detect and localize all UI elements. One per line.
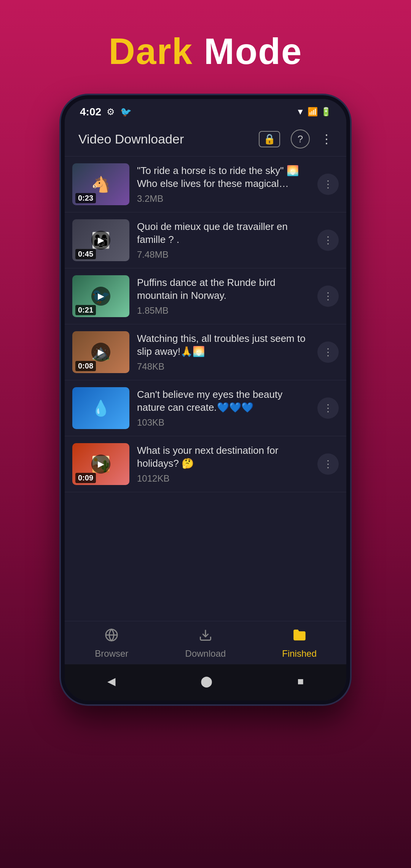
video-size: 748KB xyxy=(137,361,310,372)
gear-icon: ⚙ xyxy=(107,107,115,117)
video-title: What is your next destination for holida… xyxy=(137,444,310,470)
play-button[interactable]: ▶ xyxy=(91,343,110,362)
app-title: Video Downloader xyxy=(78,132,184,147)
video-info: Puffins dance at the Runde bird mountain… xyxy=(137,276,310,316)
bottom-nav: Browser Download Finished xyxy=(65,621,346,664)
video-title: "To ride a horse is to ride the sky" 🌅Wh… xyxy=(137,164,310,190)
video-size: 7.48MB xyxy=(137,249,310,260)
browser-label: Browser xyxy=(95,648,128,659)
list-item[interactable]: 🐦 ▶ 0:21 Puffins dance at the Runde bird… xyxy=(65,268,346,324)
video-size: 1012KB xyxy=(137,473,310,484)
help-button[interactable]: ? xyxy=(291,129,310,148)
video-thumbnail: 🐴 0:23 xyxy=(72,163,129,205)
nav-item-browser[interactable]: Browser xyxy=(81,628,142,659)
video-title: Puffins dance at the Runde bird mountain… xyxy=(137,276,310,302)
video-thumbnail: 🏔️ ▶ 0:08 xyxy=(72,331,129,373)
video-thumbnail: 🏜️ ▶ 0:09 xyxy=(72,443,129,485)
list-item[interactable]: 🏜️ ▶ 0:09 What is your next destination … xyxy=(65,436,346,492)
android-nav: ◀ ⬤ ■ xyxy=(65,664,346,700)
video-duration: 0:45 xyxy=(75,249,96,259)
video-duration: 0:08 xyxy=(75,361,96,371)
more-dots-icon: ⋮ xyxy=(323,458,333,470)
list-item[interactable]: 👨‍👩‍👧 ▶ 0:45 Quoi de mieux que de travai… xyxy=(65,212,346,268)
download-icon xyxy=(199,628,212,645)
video-size: 103KB xyxy=(137,417,310,428)
list-item[interactable]: 🏔️ ▶ 0:08 Watching this, all troubles ju… xyxy=(65,324,346,380)
video-info: "To ride a horse is to ride the sky" 🌅Wh… xyxy=(137,164,310,204)
thumb-bg: 💧 xyxy=(72,387,129,429)
video-title: Quoi de mieux que de travailler en famil… xyxy=(137,220,310,246)
phone-frame: 4:02 ⚙ 🐦 ▼ 📶 🔋 Video Downloader 🔒 ? ⋮ 🐴 … xyxy=(61,95,350,704)
app-bar: Video Downloader 🔒 ? ⋮ xyxy=(65,122,346,156)
more-dots-icon: ⋮ xyxy=(323,235,333,246)
app-bar-actions: 🔒 ? ⋮ xyxy=(259,129,333,148)
title-mode: Mode xyxy=(193,31,302,72)
video-duration: 0:21 xyxy=(75,305,96,315)
wifi-icon: ▼ xyxy=(296,107,304,117)
video-size: 3.2MB xyxy=(137,193,310,204)
recents-button[interactable]: ■ xyxy=(286,672,315,691)
more-button[interactable]: ⋮ xyxy=(320,132,333,146)
play-button[interactable]: ▶ xyxy=(91,287,110,306)
home-button[interactable]: ⬤ xyxy=(189,671,224,691)
list-item[interactable]: 💧 Can't believe my eyes the beauty natur… xyxy=(65,380,346,436)
finished-label: Finished xyxy=(282,648,317,659)
video-list: 🐴 0:23 "To ride a horse is to ride the s… xyxy=(65,156,346,621)
video-more-button[interactable]: ⋮ xyxy=(317,286,339,307)
video-info: What is your next destination for holida… xyxy=(137,444,310,484)
more-dots-icon: ⋮ xyxy=(323,179,333,190)
video-title: Watching this, all troubles just seem to… xyxy=(137,332,310,358)
video-title: Can't believe my eyes the beauty nature … xyxy=(137,388,310,414)
video-info: Watching this, all troubles just seem to… xyxy=(137,332,310,372)
status-bar: 4:02 ⚙ 🐦 ▼ 📶 🔋 xyxy=(65,99,346,122)
list-item[interactable]: 🐴 0:23 "To ride a horse is to ride the s… xyxy=(65,156,346,212)
signal-icon: 📶 xyxy=(307,107,318,117)
video-info: Quoi de mieux que de travailler en famil… xyxy=(137,220,310,260)
download-label: Download xyxy=(185,648,226,659)
lock-button[interactable]: 🔒 xyxy=(259,131,280,147)
more-dots-icon: ⋮ xyxy=(323,402,333,414)
nav-item-download[interactable]: Download xyxy=(175,628,236,659)
video-duration: 0:23 xyxy=(75,193,96,203)
more-dots-icon: ⋮ xyxy=(323,290,333,302)
browser-icon xyxy=(105,628,118,645)
back-button[interactable]: ◀ xyxy=(96,671,127,691)
play-button[interactable]: ▶ xyxy=(91,231,110,250)
video-thumbnail: 💧 xyxy=(72,387,129,429)
video-size: 1.85MB xyxy=(137,305,310,316)
video-thumbnail: 🐦 ▶ 0:21 xyxy=(72,275,129,317)
video-more-button[interactable]: ⋮ xyxy=(317,397,339,419)
video-thumbnail: 👨‍👩‍👧 ▶ 0:45 xyxy=(72,219,129,261)
finished-icon xyxy=(293,628,306,645)
status-right-icons: ▼ 📶 🔋 xyxy=(296,107,331,117)
twitter-icon: 🐦 xyxy=(120,107,132,117)
video-more-button[interactable]: ⋮ xyxy=(317,453,339,475)
video-more-button[interactable]: ⋮ xyxy=(317,174,339,195)
video-more-button[interactable]: ⋮ xyxy=(317,230,339,251)
more-dots-icon: ⋮ xyxy=(323,346,333,358)
video-more-button[interactable]: ⋮ xyxy=(317,341,339,363)
page-title: Dark Mode xyxy=(109,30,303,72)
play-button[interactable]: ▶ xyxy=(91,455,110,474)
title-dark: Dark xyxy=(109,31,193,72)
video-duration: 0:09 xyxy=(75,473,96,483)
battery-icon: 🔋 xyxy=(321,107,331,117)
status-time: 4:02 xyxy=(80,106,101,118)
video-info: Can't believe my eyes the beauty nature … xyxy=(137,388,310,428)
nav-item-finished[interactable]: Finished xyxy=(269,628,330,659)
